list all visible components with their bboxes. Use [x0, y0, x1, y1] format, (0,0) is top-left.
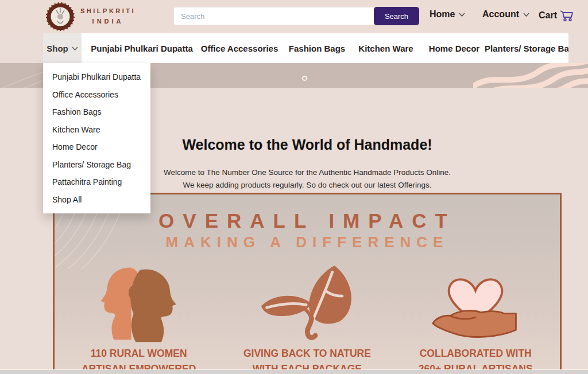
nav-item-planters-storage-bag[interactable]: Planters/ Storage Bag	[485, 33, 568, 63]
women-profiles-icon	[79, 264, 199, 344]
stat-women: 110 RURAL WOMEN ARTISAN EMPOWERED	[55, 264, 223, 374]
leaves-icon	[247, 264, 368, 344]
bottom-edge	[0, 369, 588, 374]
search-bar: Search	[173, 7, 420, 25]
chevron-down-icon	[72, 46, 78, 50]
dropdown-item-shop-all[interactable]: Shop All	[43, 191, 150, 209]
dropdown-item-pattachitra-painting[interactable]: Pattachitra Painting	[43, 173, 150, 191]
dropdown-item-kitchen-ware[interactable]: Kitchen Ware	[43, 121, 150, 139]
nav-item-punjabi-phulkari-dupatta[interactable]: Punjabi Phulkari Dupatta	[91, 33, 193, 63]
home-menu[interactable]: Home	[430, 9, 465, 20]
impact-banner: OVERALL IMPACT MAKING A DIFFERENCE 110 R…	[53, 193, 562, 374]
nav-item-fashion-bags[interactable]: Fashion Bags	[289, 33, 345, 63]
dropdown-item-office-accessories[interactable]: Office Accessories	[43, 86, 150, 104]
home-label: Home	[430, 9, 455, 20]
cart-label: Cart	[539, 10, 557, 21]
cart-button[interactable]: Cart	[539, 9, 574, 22]
shop-dropdown-menu: Punjabi Phulkari Dupatta Office Accessor…	[43, 63, 150, 213]
chevron-down-icon	[459, 13, 465, 17]
heart-in-hand-icon	[418, 264, 533, 344]
brand-logo[interactable]: SHILPKRITI INDIA	[45, 1, 136, 32]
search-button[interactable]: Search	[374, 7, 419, 25]
wave-decoration-right	[473, 63, 588, 88]
slider-dot[interactable]	[302, 76, 307, 81]
nav-item-home-decor[interactable]: Home Decor	[429, 33, 479, 63]
chevron-down-icon	[523, 13, 529, 17]
dropdown-item-home-decor[interactable]: Home Decor	[43, 138, 150, 156]
cart-icon	[559, 9, 574, 22]
category-navbar: Shop Punjabi Phulkari Dupatta Office Acc…	[43, 33, 568, 63]
dropdown-item-punjabi-phulkari-dupatta[interactable]: Punjabi Phulkari Dupatta	[43, 68, 150, 86]
dropdown-item-planters-storage-bag[interactable]: Planters/ Storage Bag	[43, 156, 150, 174]
nav-shop-menu[interactable]: Shop	[43, 33, 82, 63]
stat-nature: GIVING BACK TO NATURE WITH EACH PACKAGE	[223, 264, 391, 374]
header: SHILPKRITI INDIA Search Home Account Car…	[0, 0, 588, 33]
brand-name: SHILPKRITI INDIA	[80, 6, 136, 26]
shop-label: Shop	[47, 44, 68, 53]
nav-item-kitchen-ware[interactable]: Kitchen Ware	[358, 33, 413, 63]
nav-item-office-accessories[interactable]: Office Accessories	[201, 33, 278, 63]
search-input[interactable]	[173, 7, 375, 25]
brand-emblem-icon	[45, 1, 76, 32]
dropdown-item-fashion-bags[interactable]: Fashion Bags	[43, 103, 150, 121]
account-menu[interactable]: Account	[482, 9, 529, 20]
impact-stats: 110 RURAL WOMEN ARTISAN EMPOWERED	[55, 264, 560, 374]
page: Welcome to the World of Handmade! Welcom…	[0, 0, 588, 374]
account-label: Account	[482, 9, 519, 20]
stat-artisans: COLLABORATED WITH 260+ RURAL ARTISANS	[392, 264, 560, 374]
